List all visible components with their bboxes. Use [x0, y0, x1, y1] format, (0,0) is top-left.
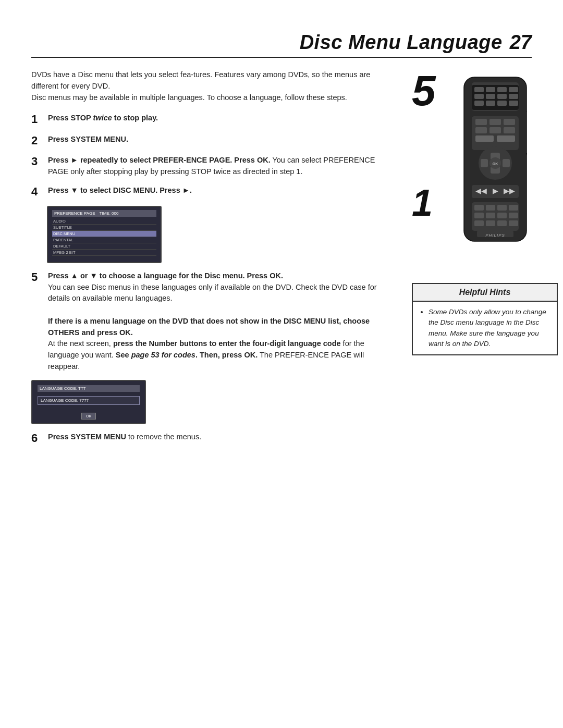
- svg-rect-27: [481, 159, 488, 167]
- step-3-number: 3: [31, 155, 46, 168]
- svg-text:▶: ▶: [493, 187, 498, 195]
- step-4-number: 4: [31, 185, 46, 199]
- remote-number-5: 5: [412, 69, 436, 112]
- screen2-input: LANGUAGE CODE: 7777: [38, 396, 140, 405]
- screen2-title: LANGUAGE CODE: TTT: [38, 385, 140, 392]
- page-number: 27: [510, 31, 532, 54]
- svg-rect-28: [503, 159, 510, 167]
- step-4-text: Press ▼ to select DISC MENU. Press ►.: [48, 185, 192, 196]
- right-column: 5 2,6 3-5 1: [412, 69, 532, 452]
- svg-rect-11: [474, 101, 484, 106]
- svg-rect-40: [474, 213, 484, 218]
- remote-control: OK ◀◀ ▶ ▶▶: [459, 75, 532, 248]
- left-column: DVDs have a Disc menu that lets you sele…: [31, 69, 396, 452]
- step-6: 6 Press SYSTEM MENU to remove the menus.: [31, 431, 396, 445]
- screen-row-audio: AUDIO: [52, 218, 156, 225]
- svg-rect-8: [486, 94, 495, 99]
- svg-text:◀◀: ◀◀: [475, 187, 487, 195]
- svg-rect-9: [497, 94, 507, 99]
- step-3: 3 Press ► repeatedly to select PREFER-EN…: [31, 155, 396, 178]
- svg-rect-36: [474, 205, 484, 211]
- step-1-text: Press STOP twice to stop play.: [48, 113, 158, 124]
- step-6-text: Press SYSTEM MENU to remove the menus.: [48, 431, 201, 443]
- svg-rect-23: [497, 135, 515, 142]
- helpful-hints-title: Helpful Hints: [413, 284, 557, 302]
- step-numbers-remote: 5 2,6 3-5 1: [412, 69, 532, 246]
- intro-text: DVDs have a Disc menu that lets you sele…: [31, 69, 396, 103]
- svg-text:PHILIPS: PHILIPS: [485, 233, 505, 238]
- svg-rect-39: [509, 205, 518, 211]
- step-1: 1 Press STOP twice to stop play.: [31, 113, 396, 126]
- step-5-number: 5: [31, 270, 46, 284]
- svg-text:OK: OK: [493, 162, 498, 166]
- svg-rect-18: [504, 119, 515, 125]
- page-container: Disc Menu Language 27 DVDs have a Disc m…: [0, 0, 563, 728]
- screen-row-mpeg: MPEG-2 BIT: [52, 250, 156, 256]
- svg-rect-7: [474, 94, 484, 99]
- svg-rect-46: [497, 220, 507, 226]
- screen-image-step4: PREFERENCE PAGETIME: 000 AUDIO SUBTITLE …: [47, 206, 162, 263]
- helpful-hints-box: Helpful Hints Some DVDs only allow you t…: [412, 283, 558, 355]
- svg-rect-12: [486, 101, 495, 106]
- svg-text:▶▶: ▶▶: [504, 187, 515, 195]
- helpful-hints-item-1: Some DVDs only allow you to change the D…: [429, 307, 549, 349]
- svg-rect-21: [504, 127, 515, 133]
- svg-rect-20: [489, 127, 501, 133]
- svg-rect-14: [509, 101, 518, 106]
- step-4: 4 Press ▼ to select DISC MENU. Press ►.: [31, 185, 396, 199]
- screen-row-parental: PARENTAL: [52, 237, 156, 243]
- step-2: 2 Press SYSTEM MENU.: [31, 134, 396, 147]
- main-layout: DVDs have a Disc menu that lets you sele…: [31, 69, 532, 452]
- screen-image-step5: LANGUAGE CODE: TTT LANGUAGE CODE: 7777 O…: [31, 380, 146, 424]
- svg-rect-19: [475, 127, 487, 133]
- svg-rect-45: [486, 220, 495, 226]
- page-title: Disc Menu Language: [300, 31, 503, 54]
- step-5: 5 Press ▲ or ▼ to choose a language for …: [31, 270, 396, 373]
- screen-row-default: DEFAULT: [52, 243, 156, 250]
- step-1-number: 1: [31, 113, 46, 126]
- screen-row-discmenu: DISC MENU: [52, 231, 156, 237]
- screen-row-subtitle: SUBTITLE: [52, 225, 156, 231]
- step-3-text: Press ► repeatedly to select PREFER-ENCE…: [48, 155, 396, 178]
- svg-rect-10: [509, 94, 518, 99]
- svg-rect-17: [489, 119, 501, 125]
- screen2-ok-btn: OK: [81, 413, 96, 419]
- svg-rect-47: [509, 220, 518, 226]
- svg-rect-5: [497, 87, 507, 92]
- svg-rect-3: [474, 87, 484, 92]
- svg-rect-38: [497, 205, 507, 211]
- step-2-text: Press SYSTEM MENU.: [48, 134, 128, 145]
- remote-number-1: 1: [412, 184, 433, 221]
- svg-rect-22: [475, 135, 494, 142]
- step-6-number: 6: [31, 431, 46, 445]
- svg-rect-13: [497, 101, 507, 106]
- svg-rect-41: [486, 213, 495, 218]
- svg-rect-16: [475, 119, 487, 125]
- svg-rect-42: [497, 213, 507, 218]
- svg-rect-44: [474, 220, 484, 226]
- svg-rect-6: [509, 87, 518, 92]
- svg-rect-4: [486, 87, 495, 92]
- step-2-number: 2: [31, 134, 46, 147]
- svg-rect-43: [509, 213, 518, 218]
- title-bar: Disc Menu Language 27: [31, 31, 532, 58]
- helpful-hints-body: Some DVDs only allow you to change the D…: [413, 302, 557, 354]
- step-5-text: Press ▲ or ▼ to choose a language for th…: [48, 270, 396, 373]
- screen-title: PREFERENCE PAGETIME: 000: [52, 210, 156, 217]
- svg-rect-37: [486, 205, 495, 211]
